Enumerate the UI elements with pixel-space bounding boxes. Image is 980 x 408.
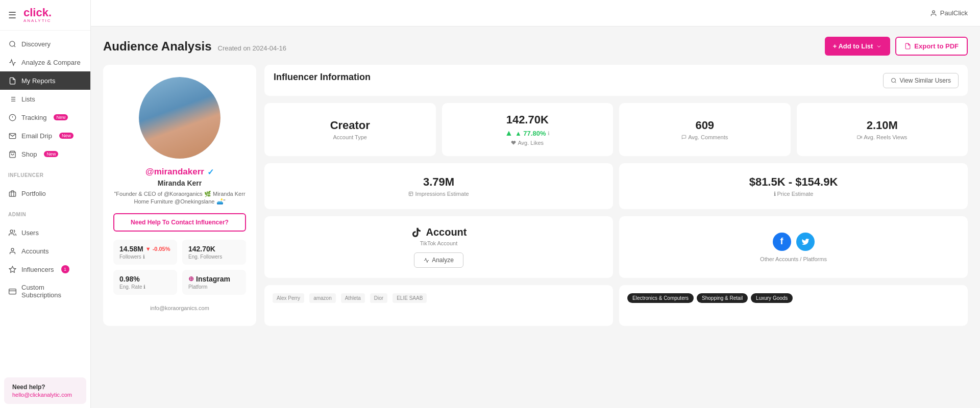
sidebar-item-influencers[interactable]: Influencers 1 xyxy=(0,260,90,278)
brand-logo-alex-perry: Alex Perry xyxy=(273,293,304,303)
logo-sub: ANALYTIC xyxy=(23,18,52,23)
help-email-text[interactable]: hello@clickanalytic.com xyxy=(12,392,78,398)
impressions-icon xyxy=(408,191,413,196)
contact-influencer-button[interactable]: Need Help To Contact Influencer? xyxy=(113,213,246,232)
export-to-pdf-button[interactable]: Export to PDF xyxy=(895,37,968,56)
avatar-image xyxy=(139,77,220,159)
price-estimate-card: $81.5K - $154.9K ℹ Price Estimate xyxy=(619,163,968,209)
avg-comments-card: 609 Avg. Comments xyxy=(619,103,791,156)
stats-row-1: Creator Account Type 142.70K ▲ ▲ 77.80% … xyxy=(264,103,968,156)
analyze-button[interactable]: Analyze xyxy=(414,252,463,268)
brand-chip-electronics: Electronics & Computers xyxy=(627,293,694,303)
platform-stat: ⊕ Instagram Platform xyxy=(182,270,246,295)
info-icon: ℹ xyxy=(143,254,145,260)
svg-rect-12 xyxy=(9,192,16,196)
section-title: Influencer Information xyxy=(274,72,371,83)
tiktok-title: Account xyxy=(411,226,467,238)
sidebar-item-accounts[interactable]: Accounts xyxy=(0,242,90,260)
brand-chips: Electronics & Computers Shopping & Retai… xyxy=(627,293,960,303)
avatar xyxy=(139,77,220,159)
svg-point-14 xyxy=(11,248,14,250)
eng-followers-label: Eng. Followers xyxy=(188,254,240,260)
list-icon xyxy=(8,95,16,103)
platform-value: ⊕ Instagram xyxy=(188,275,240,283)
sidebar-item-label: Portfolio xyxy=(21,190,46,197)
heart-icon xyxy=(511,140,516,145)
followers-stat: 14.58M ▼ -0.05% Followers ℹ xyxy=(113,240,177,265)
analyze-icon xyxy=(424,258,429,263)
other-platforms-card: f Other Accounts / Platforms xyxy=(619,216,968,278)
sidebar-item-label: Lists xyxy=(21,95,35,103)
page-subtitle: Created on 2024-04-16 xyxy=(218,44,286,52)
admin-nav: Users Accounts Influencers 1 Custom Subs… xyxy=(0,219,90,308)
info-header: Influencer Information View Similar User… xyxy=(264,65,968,96)
avg-comments-value: 609 xyxy=(695,119,714,132)
add-to-list-button[interactable]: + Add to List xyxy=(825,37,891,56)
eng-followers-value: 142.70K xyxy=(188,245,240,253)
avg-likes-value: 142.70K xyxy=(506,113,549,126)
sidebar-item-label: Shop xyxy=(21,150,37,158)
facebook-icon[interactable]: f xyxy=(773,233,791,251)
impressions-value: 3.79M xyxy=(423,175,454,189)
verified-icon: ✓ xyxy=(207,167,214,177)
sidebar-item-tracking[interactable]: Tracking New xyxy=(0,108,90,126)
sidebar-item-label: Users xyxy=(21,229,39,237)
sidebar-item-shop[interactable]: Shop New xyxy=(0,145,90,163)
platform-label: Platform xyxy=(188,284,240,290)
influencer-username: @mirandakerr ✓ xyxy=(145,167,214,177)
accounts-row: Account TikTok Account Analyze f xyxy=(264,216,968,278)
svg-point-0 xyxy=(9,41,14,46)
impressions-label: Impressions Estimate xyxy=(408,191,469,197)
search-icon xyxy=(891,78,897,84)
sidebar-item-analyze[interactable]: Analyze & Compare xyxy=(0,53,90,71)
tiktok-icon xyxy=(411,227,422,238)
followers-value: 14.58M ▼ -0.05% xyxy=(119,245,171,253)
info-icon: ℹ xyxy=(143,284,145,290)
username-display: PaulClick xyxy=(940,9,968,17)
tiktok-account-card: Account TikTok Account Analyze xyxy=(264,216,613,278)
svg-rect-22 xyxy=(857,136,861,139)
influencer-display-name: Miranda Kerr xyxy=(158,179,202,187)
avg-comments-label: Avg. Comments xyxy=(681,134,728,140)
influencers-icon xyxy=(8,265,16,273)
avg-likes-pct: ▲ 77.80% xyxy=(515,130,546,137)
sidebar-item-label: Tracking xyxy=(21,114,46,121)
account-type-card: Creator Account Type xyxy=(264,103,436,156)
new-badge: New xyxy=(59,133,74,139)
portfolio-icon xyxy=(8,189,16,197)
sidebar-item-users[interactable]: Users xyxy=(0,223,90,242)
view-similar-button[interactable]: View Similar Users xyxy=(883,73,959,88)
influencer-email: info@koraorganics.com xyxy=(150,305,209,311)
avg-reels-label: Avg. Reels Views xyxy=(857,134,907,140)
other-accounts-label: Other Accounts / Platforms xyxy=(760,256,827,262)
new-badge: New xyxy=(44,151,58,157)
sidebar-item-portfolio[interactable]: Portfolio xyxy=(0,184,90,202)
user-info: PaulClick xyxy=(930,9,968,17)
new-badge: New xyxy=(54,114,68,120)
eng-rate-label: Eng. Rate ℹ xyxy=(119,284,171,290)
sidebar-item-email-drip[interactable]: Email Drip New xyxy=(0,126,90,145)
price-estimate-value: $81.5K - $154.9K xyxy=(749,175,838,189)
shop-icon xyxy=(8,150,16,158)
up-arrow-icon: ▲ xyxy=(505,129,513,138)
influencers-count-badge: 1 xyxy=(61,265,69,273)
avg-likes-label: Avg. Likes xyxy=(511,140,544,146)
tiktok-sub-label: TikTok Account xyxy=(420,240,458,246)
comment-icon xyxy=(681,135,687,140)
twitter-icon[interactable] xyxy=(796,233,815,251)
eng-rate-stat: 0.98% Eng. Rate ℹ xyxy=(113,270,177,295)
hamburger-icon[interactable]: ☰ xyxy=(8,10,16,21)
users-icon xyxy=(8,228,16,237)
user-icon xyxy=(930,10,937,17)
profile-card: @mirandakerr ✓ Miranda Kerr "Founder & C… xyxy=(103,65,256,326)
content-area: Audience Analysis Created on 2024-04-16 … xyxy=(91,27,980,408)
sidebar-item-lists[interactable]: Lists xyxy=(0,90,90,108)
page-header: Audience Analysis Created on 2024-04-16 … xyxy=(103,37,968,56)
brand-logos: Alex Perry amazon Athleta Dior ELIE SAAB xyxy=(273,293,605,303)
help-section: Need help? hello@clickanalytic.com xyxy=(4,377,86,404)
brand-logo-christian-dior: Dior xyxy=(370,293,387,303)
sidebar-item-my-reports[interactable]: My Reports xyxy=(0,71,90,90)
sidebar-item-custom-subscriptions[interactable]: Custom Subscriptions xyxy=(0,278,90,304)
brand-chip-luxury: Luxury Goods xyxy=(751,293,793,303)
sidebar-item-discovery[interactable]: Discovery xyxy=(0,35,90,53)
